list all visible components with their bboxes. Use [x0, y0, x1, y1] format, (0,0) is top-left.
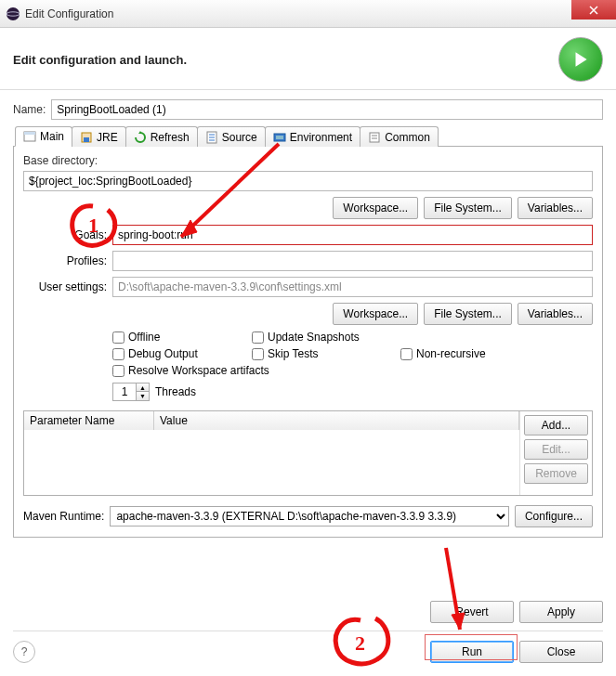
jre-tab-icon: [80, 131, 93, 144]
refresh-tab-icon: [134, 131, 147, 144]
variables-button-2[interactable]: Variables...: [518, 303, 593, 325]
tab-main-label: Main: [40, 130, 64, 143]
svg-rect-12: [370, 133, 379, 142]
dialog-header: Edit configuration and launch.: [0, 28, 616, 90]
filesystem-button-2[interactable]: File System...: [424, 303, 512, 325]
name-label: Name:: [13, 103, 46, 116]
update-snapshots-checkbox[interactable]: Update Snapshots: [252, 331, 400, 344]
tab-source-label: Source: [222, 131, 257, 144]
profiles-label: Profiles:: [23, 254, 107, 267]
workspace-button-2[interactable]: Workspace...: [333, 303, 418, 325]
maven-runtime-select[interactable]: apache-maven-3.3.9 (EXTERNAL D:\soft\apa…: [110, 506, 509, 526]
tab-main[interactable]: Main: [15, 126, 72, 147]
environment-tab-icon: [273, 131, 286, 144]
revert-button[interactable]: Revert: [430, 601, 514, 623]
eclipse-icon: [6, 6, 20, 21]
base-dir-input[interactable]: [23, 171, 593, 191]
filesystem-button-1[interactable]: File System...: [424, 197, 512, 219]
edit-button[interactable]: Edit...: [524, 439, 588, 460]
skip-tests-checkbox[interactable]: Skip Tests: [252, 347, 400, 360]
threads-label: Threads: [155, 385, 196, 398]
threads-value[interactable]: [113, 384, 136, 400]
main-tab-body: Base directory: Workspace... File System…: [13, 147, 603, 538]
svg-point-0: [7, 7, 20, 20]
tab-environment[interactable]: Environment: [265, 126, 360, 147]
tab-source[interactable]: Source: [197, 126, 266, 147]
threads-spinner[interactable]: ▲▼: [112, 383, 150, 401]
header-text: Edit configuration and launch.: [13, 53, 187, 67]
tab-common-label: Common: [385, 131, 430, 144]
common-tab-icon: [368, 131, 381, 144]
usersettings-label: User settings:: [23, 280, 107, 293]
table-col-name[interactable]: Parameter Name: [24, 411, 154, 430]
non-recursive-checkbox[interactable]: Non-recursive: [400, 347, 540, 360]
usersettings-input[interactable]: [112, 277, 593, 297]
configure-button[interactable]: Configure...: [515, 505, 593, 527]
goals-input[interactable]: [112, 225, 593, 245]
resolve-workspace-checkbox[interactable]: Resolve Workspace artifacts: [112, 364, 540, 377]
window-close-button[interactable]: [571, 0, 616, 20]
tab-common[interactable]: Common: [360, 126, 439, 147]
run-button[interactable]: Run: [430, 641, 514, 663]
goals-label: Goals:: [23, 228, 107, 241]
add-button[interactable]: Add...: [524, 415, 588, 436]
svg-rect-11: [276, 136, 283, 139]
source-tab-icon: [205, 131, 218, 144]
parameters-table: Parameter Name Value Add... Edit... Remo…: [23, 410, 593, 496]
tab-jre[interactable]: JRE: [72, 126, 126, 147]
profiles-input[interactable]: [112, 251, 593, 271]
variables-button-1[interactable]: Variables...: [518, 197, 593, 219]
base-dir-label: Base directory:: [23, 154, 587, 167]
tab-refresh[interactable]: Refresh: [125, 126, 198, 147]
svg-rect-3: [24, 132, 35, 135]
maven-runtime-label: Maven Runtime:: [23, 510, 104, 523]
window-titlebar: Edit Configuration: [0, 0, 616, 28]
threads-down-icon[interactable]: ▼: [137, 392, 149, 400]
tab-environment-label: Environment: [290, 131, 352, 144]
name-input[interactable]: [51, 99, 603, 120]
remove-button[interactable]: Remove: [524, 463, 588, 484]
apply-button[interactable]: Apply: [519, 601, 603, 623]
close-button[interactable]: Close: [519, 641, 603, 663]
offline-checkbox[interactable]: Offline: [112, 331, 252, 344]
window-title: Edit Configuration: [25, 7, 113, 20]
debug-output-checkbox[interactable]: Debug Output: [112, 347, 252, 360]
svg-rect-5: [84, 137, 89, 142]
threads-up-icon[interactable]: ▲: [137, 384, 149, 392]
run-icon: [558, 37, 603, 82]
table-body[interactable]: [24, 430, 519, 495]
help-button[interactable]: ?: [13, 641, 35, 663]
table-col-value[interactable]: Value: [154, 411, 519, 430]
workspace-button-1[interactable]: Workspace...: [333, 197, 418, 219]
tabs-bar: Main JRE Refresh Source Environment Comm…: [13, 125, 603, 147]
tab-refresh-label: Refresh: [151, 131, 190, 144]
main-tab-icon: [23, 130, 36, 143]
tab-jre-label: JRE: [97, 131, 118, 144]
